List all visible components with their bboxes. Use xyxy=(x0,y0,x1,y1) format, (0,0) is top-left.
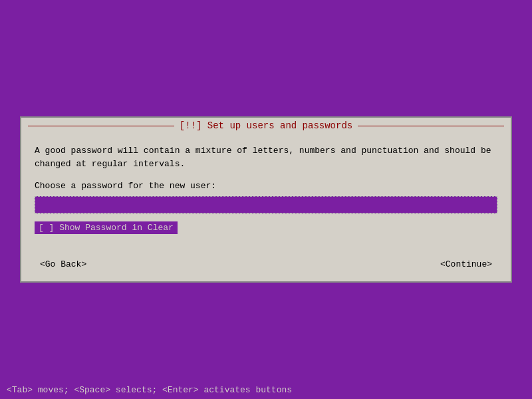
description-line2: changed at regular intervals. xyxy=(35,159,185,169)
buttons-row: <Go Back> <Continue> xyxy=(21,255,511,281)
password-input-container[interactable] xyxy=(35,196,497,213)
password-prompt: Choose a password for the new user: xyxy=(35,181,497,191)
password-input[interactable] xyxy=(41,200,491,210)
dialog-title-bar: [!!] Set up users and passwords xyxy=(21,118,511,134)
title-line-right xyxy=(358,126,504,126)
show-password-row[interactable]: [ ] Show Password in Clear xyxy=(35,221,497,234)
show-password-checkbox[interactable]: [ ] Show Password in Clear xyxy=(35,221,178,234)
title-line-left xyxy=(28,126,174,126)
dialog-box: [!!] Set up users and passwords A good p… xyxy=(20,116,512,283)
go-back-button[interactable]: <Go Back> xyxy=(35,258,92,271)
dialog-content: A good password will contain a mixture o… xyxy=(21,134,511,255)
description-text: A good password will contain a mixture o… xyxy=(35,144,497,170)
dialog-title: [!!] Set up users and passwords xyxy=(180,120,352,131)
description-line1: A good password will contain a mixture o… xyxy=(35,146,491,156)
bottom-hint: <Tab> moves; <Space> selects; <Enter> ac… xyxy=(0,381,532,399)
continue-button[interactable]: <Continue> xyxy=(435,258,497,271)
